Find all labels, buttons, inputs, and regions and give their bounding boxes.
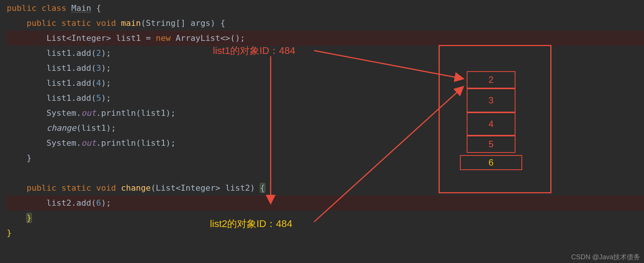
type-List: List xyxy=(156,183,175,193)
brackets: [] xyxy=(175,18,190,28)
paren: ( xyxy=(141,18,146,28)
number-literal: 4 xyxy=(96,78,101,88)
code-line xyxy=(7,166,644,181)
number-literal: 6 xyxy=(96,198,101,208)
code-line: public static void change(List<Integer> … xyxy=(7,181,644,196)
generic-open: < xyxy=(66,33,71,43)
generic-close: > xyxy=(106,33,111,43)
code-line: list1.add(5); xyxy=(7,91,644,106)
code-line: System.out.println(list1); xyxy=(7,106,644,121)
dot: . xyxy=(71,198,76,208)
code-line: public class Main { xyxy=(7,1,644,16)
dot: . xyxy=(76,108,81,118)
number-literal: 3 xyxy=(96,63,101,73)
method-main: main xyxy=(121,18,141,28)
code-line: public static void main(String[] args) { xyxy=(7,16,644,31)
var-list1: list1 xyxy=(46,48,71,58)
paren: ( xyxy=(151,183,156,193)
code-line: List<Integer> list1 = new ArrayList<>(); xyxy=(7,31,644,46)
keyword-public: public xyxy=(7,3,36,13)
code-line: } xyxy=(7,151,644,166)
class-System: System xyxy=(46,108,76,118)
dot: . xyxy=(96,108,101,118)
type-String: String xyxy=(146,18,175,28)
paren: ); xyxy=(101,63,111,73)
method-change-call: change xyxy=(46,123,76,133)
code-line: list1.add(3); xyxy=(7,61,644,76)
dot: . xyxy=(71,48,76,58)
equals: = xyxy=(146,33,151,43)
code-line: change(list1); xyxy=(7,121,644,136)
method-add: add xyxy=(76,63,91,73)
paren: ); xyxy=(101,198,111,208)
type-Integer: Integer xyxy=(71,33,106,43)
paren: ) xyxy=(250,183,255,193)
code-editor[interactable]: public class Main { public static void m… xyxy=(0,0,644,263)
keyword-class: class xyxy=(42,3,66,13)
class-name: Main xyxy=(71,3,91,13)
keyword-void: void xyxy=(96,18,116,28)
param-args: args xyxy=(190,18,210,28)
paren: ( xyxy=(91,78,96,88)
brace: } xyxy=(27,153,31,163)
code-line: System.out.println(list1); xyxy=(7,136,644,151)
number-literal: 5 xyxy=(96,93,101,103)
brace: } xyxy=(7,228,12,238)
dot: . xyxy=(71,78,76,88)
keyword-static: static xyxy=(61,18,91,28)
code-line: list2.add(6); xyxy=(7,196,644,211)
paren: ) xyxy=(210,18,215,28)
paren: ); xyxy=(101,93,111,103)
paren: ( xyxy=(91,93,96,103)
paren: ( xyxy=(91,63,96,73)
var-list2: list2 xyxy=(46,198,71,208)
var-list1: list1 xyxy=(81,123,106,133)
var-list1: list1 xyxy=(116,33,141,43)
keyword-public: public xyxy=(27,18,56,28)
generic-close: > xyxy=(215,183,220,193)
field-out: out xyxy=(81,108,96,118)
brace: { xyxy=(96,3,101,13)
watermark: CSDN @Java技术债务 xyxy=(571,253,640,262)
var-list1: list1 xyxy=(46,63,71,73)
method-println: println xyxy=(101,138,136,148)
brace-highlight: { xyxy=(260,183,265,193)
method-add: add xyxy=(76,93,91,103)
var-list1: list1 xyxy=(141,138,166,148)
type-Integer: Integer xyxy=(181,183,216,193)
var-list1: list1 xyxy=(141,108,166,118)
generic-open: < xyxy=(175,183,180,193)
keyword-public: public xyxy=(27,183,56,193)
paren: ); xyxy=(106,123,116,133)
paren: ); xyxy=(101,78,111,88)
var-list1: list1 xyxy=(46,78,71,88)
dot: . xyxy=(71,93,76,103)
method-println: println xyxy=(101,108,136,118)
paren: ( xyxy=(136,138,141,148)
param-list2: list2 xyxy=(225,183,250,193)
dot: . xyxy=(71,63,76,73)
diamond: <>(); xyxy=(220,33,245,43)
dot: . xyxy=(96,138,101,148)
dot: . xyxy=(76,138,81,148)
code-line: } xyxy=(7,211,644,226)
method-add: add xyxy=(76,48,91,58)
code-line: list1.add(2); xyxy=(7,46,644,61)
type-ArrayList: ArrayList xyxy=(175,33,220,43)
code-line: } xyxy=(7,226,644,241)
paren: ( xyxy=(136,108,141,118)
keyword-new: new xyxy=(156,33,171,43)
field-out: out xyxy=(81,138,96,148)
paren: ( xyxy=(91,48,96,58)
method-change: change xyxy=(121,183,151,193)
brace: { xyxy=(220,18,225,28)
var-list1: list1 xyxy=(46,93,71,103)
keyword-static: static xyxy=(61,183,91,193)
type-List: List xyxy=(46,33,66,43)
paren: ( xyxy=(76,123,81,133)
method-add: add xyxy=(76,78,91,88)
code-line xyxy=(7,241,644,256)
paren: ); xyxy=(101,48,111,58)
paren: ( xyxy=(91,198,96,208)
keyword-void: void xyxy=(96,183,116,193)
